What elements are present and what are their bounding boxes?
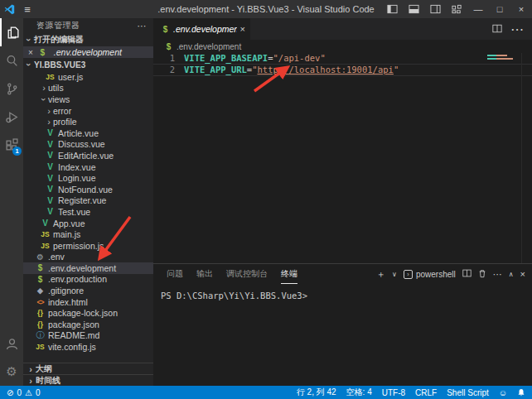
workbench: 1 ⚙ 资源管理器 ⋯ › 打开的编辑器 × $ .env.developmen… bbox=[0, 18, 532, 386]
feedback-icon[interactable]: ☺ bbox=[499, 388, 507, 397]
tab-env-development[interactable]: $ .env.development × bbox=[153, 18, 251, 40]
tree-item[interactable]: VEditArticle.vue bbox=[23, 150, 153, 161]
source-control-icon[interactable] bbox=[0, 75, 23, 103]
open-editors-label: 打开的编辑器 bbox=[34, 34, 84, 46]
tree-item[interactable]: ⓘREADME.md bbox=[23, 330, 153, 342]
tree-item[interactable]: VIndex.vue bbox=[23, 161, 153, 173]
tree-item[interactable]: VDiscuss.vue bbox=[23, 139, 153, 151]
tree-item[interactable]: VNotFound.vue bbox=[23, 184, 153, 195]
tree-item[interactable]: VApp.vue bbox=[23, 218, 153, 229]
outline-label: 大纲 bbox=[36, 363, 52, 375]
tree-item[interactable]: JSmain.js bbox=[23, 228, 153, 240]
close-button[interactable]: × bbox=[510, 0, 532, 18]
toggle-panel-icon[interactable] bbox=[403, 0, 424, 18]
timeline-section[interactable]: › 时间线 bbox=[23, 374, 153, 386]
panel-tab[interactable]: 问题 bbox=[167, 264, 183, 284]
indentation-status[interactable]: 空格: 4 bbox=[346, 387, 372, 398]
editor-more-actions-icon[interactable]: ⋯ bbox=[510, 22, 524, 37]
html-file-icon: <> bbox=[35, 298, 46, 306]
maximize-button[interactable]: □ bbox=[489, 0, 510, 18]
tree-item[interactable]: ›utils bbox=[23, 83, 153, 94]
terminal-dropdown-icon[interactable]: ∨ bbox=[392, 271, 397, 278]
tab-close-icon[interactable]: × bbox=[240, 24, 245, 34]
run-debug-icon[interactable] bbox=[0, 103, 23, 131]
settings-gear-icon[interactable]: ⚙ bbox=[0, 358, 23, 386]
open-editors-section[interactable]: › 打开的编辑器 bbox=[23, 33, 153, 46]
tree-item[interactable]: JSpermission.js bbox=[23, 240, 153, 252]
kill-terminal-icon[interactable] bbox=[478, 269, 486, 280]
js-file-icon: JS bbox=[35, 343, 46, 351]
menu-hamburger-icon[interactable]: ≡ bbox=[18, 3, 36, 16]
tree-item-label: profile bbox=[53, 117, 77, 127]
vue-file-icon: V bbox=[40, 219, 51, 228]
breadcrumb[interactable]: $ .env.development bbox=[153, 40, 532, 53]
extensions-icon[interactable]: 1 bbox=[0, 131, 23, 159]
url-link[interactable]: http://localhost:19001/api bbox=[258, 65, 394, 75]
tree-item[interactable]: JSuser.js bbox=[23, 71, 153, 83]
tree-item[interactable]: ›views bbox=[23, 94, 153, 105]
panel-more-actions-icon[interactable]: ⋯ bbox=[493, 269, 502, 280]
minimize-button[interactable]: — bbox=[467, 0, 489, 18]
tree-item-label: main.js bbox=[53, 229, 80, 239]
terminal-instance[interactable]: › powershell bbox=[404, 270, 456, 279]
editor-scrollbar[interactable] bbox=[521, 53, 532, 263]
terminal[interactable]: PS D:\CSharp\Yi\Yi.BBS.Vue3> bbox=[153, 284, 532, 386]
panel-tab[interactable]: 输出 bbox=[196, 264, 213, 284]
tree-item[interactable]: VRegister.vue bbox=[23, 195, 153, 207]
encoding-status[interactable]: UTF-8 bbox=[382, 388, 405, 397]
panel-tab[interactable]: 调试控制台 bbox=[226, 264, 268, 284]
close-panel-icon[interactable]: × bbox=[520, 269, 525, 279]
notifications-bell-icon[interactable] bbox=[517, 388, 525, 397]
account-icon[interactable] bbox=[0, 329, 23, 358]
eol-status[interactable]: CRLF bbox=[415, 388, 437, 397]
tree-item[interactable]: {}package.json bbox=[23, 319, 153, 330]
sidebar-more-actions-icon[interactable]: ⋯ bbox=[138, 21, 148, 31]
outline-section[interactable]: › 大纲 bbox=[23, 363, 153, 374]
search-icon[interactable] bbox=[0, 46, 23, 75]
project-section-header[interactable]: › YI.BBS.VUE3 bbox=[23, 58, 153, 71]
problems-status[interactable]: ⊘ 0 ⚠ 0 bbox=[7, 388, 40, 397]
code-line[interactable]: 2VITE_APP_URL="http://localhost:19001/ap… bbox=[153, 64, 532, 76]
code-line[interactable]: 1VITE_APP_BASEAPI="/api-dev" bbox=[153, 53, 532, 64]
split-terminal-icon[interactable] bbox=[462, 269, 472, 279]
tree-item-label: .gitignore bbox=[48, 286, 84, 296]
tree-item[interactable]: $.env.development bbox=[23, 262, 153, 274]
timeline-label: 时间线 bbox=[36, 375, 60, 387]
tree-item[interactable]: ⚙.env bbox=[23, 252, 153, 263]
minimap[interactable] bbox=[487, 55, 517, 61]
code-editor[interactable]: 1VITE_APP_BASEAPI="/api-dev"2VITE_APP_UR… bbox=[153, 53, 532, 263]
tree-item[interactable]: <>index.html bbox=[23, 296, 153, 308]
shell-file-icon: $ bbox=[35, 263, 46, 272]
line-number: 2 bbox=[153, 65, 175, 75]
toggle-sidebar-icon[interactable] bbox=[381, 0, 403, 18]
tree-item[interactable]: {}package-lock.json bbox=[23, 307, 153, 319]
cursor-position[interactable]: 行 2, 列 42 bbox=[297, 387, 336, 398]
panel-tab[interactable]: 终端 bbox=[281, 264, 297, 284]
close-icon[interactable]: × bbox=[28, 48, 33, 57]
explorer-icon[interactable] bbox=[0, 18, 23, 46]
open-editor-item[interactable]: × $ .env.development bbox=[23, 46, 153, 58]
tree-item[interactable]: VArticle.vue bbox=[23, 127, 153, 139]
project-name: YI.BBS.VUE3 bbox=[34, 60, 85, 70]
info-file-icon: ⓘ bbox=[35, 329, 46, 341]
code-token: VITE_APP_URL bbox=[184, 65, 247, 75]
code-token: "/api-dev" bbox=[273, 53, 325, 63]
tree-item[interactable]: VLogin.vue bbox=[23, 172, 153, 184]
tree-item[interactable]: ◆.gitignore bbox=[23, 285, 153, 296]
new-terminal-icon[interactable]: ＋ bbox=[376, 268, 385, 281]
status-bar: ⊘ 0 ⚠ 0 行 2, 列 42 空格: 4 UTF-8 CRLF Shell… bbox=[0, 386, 532, 399]
tree-item[interactable]: $.env.production bbox=[23, 274, 153, 286]
customize-layout-icon[interactable] bbox=[446, 0, 467, 18]
maximize-panel-icon[interactable]: ∧ bbox=[509, 271, 514, 278]
tree-item[interactable]: JSvite.config.js bbox=[23, 341, 153, 353]
split-editor-icon[interactable] bbox=[492, 22, 502, 36]
toggle-secondary-sidebar-icon[interactable] bbox=[424, 0, 446, 18]
explorer-sidebar: 资源管理器 ⋯ › 打开的编辑器 × $ .env.development › … bbox=[23, 18, 153, 386]
language-mode[interactable]: Shell Script bbox=[447, 388, 489, 397]
tree-item[interactable]: ›profile bbox=[23, 116, 153, 127]
tree-item[interactable]: ›error bbox=[23, 105, 153, 117]
tree-item-label: .env.production bbox=[48, 274, 107, 284]
tree-item-label: NotFound.vue bbox=[58, 185, 113, 195]
tree-item-label: error bbox=[53, 106, 71, 116]
tree-item[interactable]: VTest.vue bbox=[23, 206, 153, 218]
